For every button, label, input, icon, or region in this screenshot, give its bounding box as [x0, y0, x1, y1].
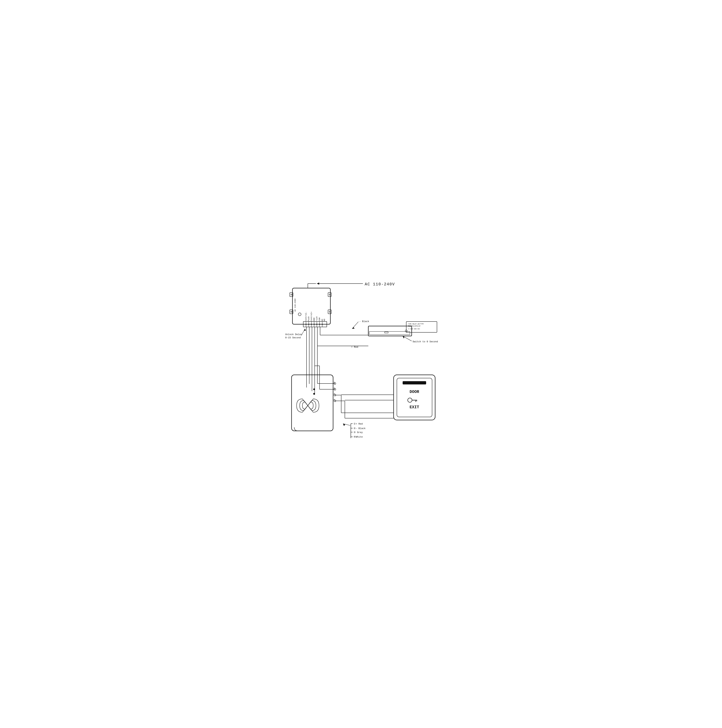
wire3-label: ③ Grey — [354, 431, 363, 434]
svg-text:+12V: +12V — [316, 316, 318, 321]
svg-rect-95 — [403, 381, 426, 384]
svg-text:Control+: Control+ — [310, 312, 313, 321]
wire4-label: ④White — [354, 436, 363, 438]
svg-text:③: ③ — [333, 393, 335, 395]
svg-marker-1 — [317, 283, 319, 284]
svg-point-22 — [311, 324, 312, 325]
svg-point-6 — [291, 311, 292, 312]
svg-text:①: ① — [333, 382, 335, 384]
svg-text:Push: Push — [308, 317, 310, 321]
svg-text:NC: NC — [321, 319, 324, 321]
svg-rect-7 — [328, 293, 331, 297]
svg-text:Control-: Control- — [305, 312, 307, 321]
svg-point-11 — [298, 313, 301, 316]
unlock-delay-label: Unlock Delay — [285, 333, 302, 336]
svg-text:NO: NO — [324, 319, 325, 321]
time-delay-label: TIME DELAY SETTING — [408, 323, 424, 324]
wire1-label: ①+ Red — [354, 422, 363, 425]
svg-text:④: ④ — [333, 399, 335, 401]
svg-point-20 — [305, 324, 307, 325]
minus-black-label: - Black — [359, 320, 369, 323]
svg-text:6 SEC: 6 SEC — [416, 328, 420, 330]
svg-point-4 — [291, 294, 292, 295]
switch-label: Switch to 0 Second — [412, 340, 438, 343]
svg-rect-9 — [328, 310, 331, 314]
wire2-label: ②- Black — [354, 427, 366, 430]
svg-point-8 — [329, 294, 330, 295]
svg-rect-50 — [385, 332, 388, 333]
svg-point-26 — [322, 324, 323, 325]
unlock-delay-label2: 0-15 Second — [285, 336, 301, 339]
wiring-diagram: AC 110-240V AC 110-240V Control- Push Co… — [280, 275, 443, 453]
svg-point-10 — [329, 311, 330, 312]
svg-marker-61 — [352, 327, 354, 329]
svg-text:GND: GND — [313, 318, 315, 321]
svg-point-24 — [316, 324, 317, 325]
door-label: DOOR — [409, 390, 419, 394]
ac-box-label: AC 110-240V — [294, 298, 296, 312]
svg-text:COM: COM — [319, 318, 321, 321]
exit-label: EXIT — [409, 405, 419, 410]
svg-rect-53 — [412, 325, 416, 327]
svg-rect-48 — [369, 332, 410, 335]
svg-point-21 — [308, 324, 309, 325]
svg-point-63 — [313, 388, 315, 390]
svg-rect-54 — [417, 325, 420, 327]
svg-point-23 — [314, 324, 314, 325]
svg-point-96 — [408, 398, 412, 402]
svg-point-25 — [319, 324, 320, 325]
svg-point-64 — [313, 393, 315, 395]
ac-voltage-label: AC 110-240V — [365, 282, 395, 287]
plus-red-label: + Red — [351, 346, 358, 349]
svg-text:②: ② — [333, 387, 335, 389]
